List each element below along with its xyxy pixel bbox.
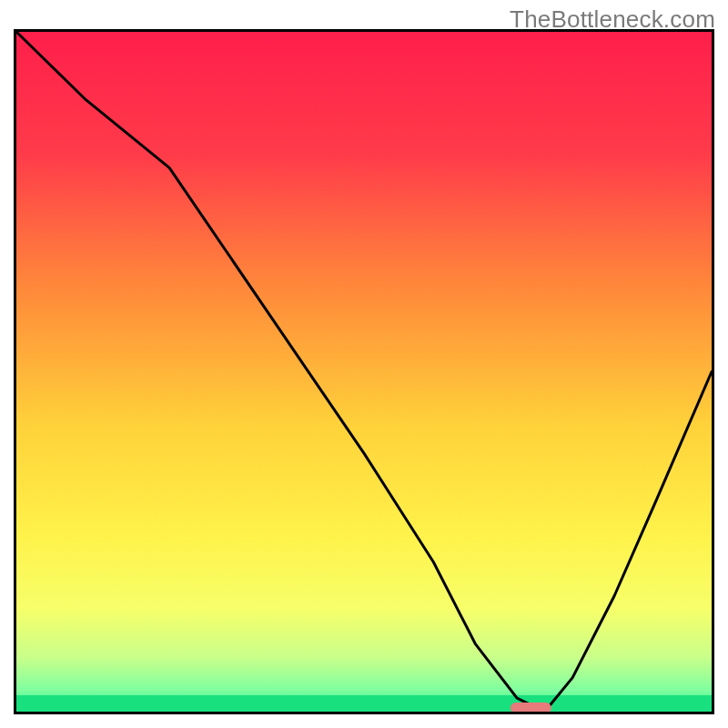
bottleneck-curve: [16, 32, 712, 712]
plot-frame: [14, 29, 714, 714]
optimum-marker: [511, 703, 551, 713]
chart-canvas: TheBottleneck.com: [0, 0, 728, 728]
